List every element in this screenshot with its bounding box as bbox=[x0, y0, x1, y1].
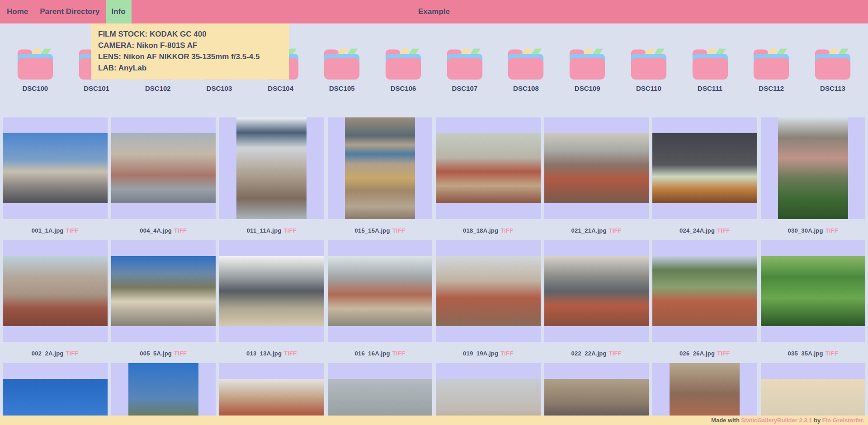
info-line: LENS: Nikon AF NIKKOR 35-135mm f/3.5-4.5 bbox=[98, 51, 282, 62]
tiff-link[interactable]: TIFF bbox=[500, 227, 513, 234]
photo-filename: 002_2A.jpg bbox=[32, 350, 64, 357]
gallery-cell: 005_5A.jpgTIFF bbox=[111, 240, 216, 363]
folder-label: DSC103 bbox=[207, 84, 232, 92]
photo-002-2a-jpg[interactable] bbox=[3, 256, 108, 326]
gallery-cell: 035_35A.jpgTIFF bbox=[761, 240, 866, 363]
tiff-link[interactable]: TIFF bbox=[66, 350, 78, 357]
gallery-cell: 015_15A.jpgTIFF bbox=[328, 117, 433, 240]
folder-label: DSC107 bbox=[452, 84, 477, 92]
tiff-link[interactable]: TIFF bbox=[609, 350, 622, 357]
photo-035-35a-jpg[interactable] bbox=[761, 256, 866, 326]
thumbnail-tile bbox=[111, 117, 216, 219]
thumbnail-tile bbox=[436, 240, 541, 342]
photo-011-11a-jpg[interactable] bbox=[236, 117, 307, 219]
tiff-link[interactable]: TIFF bbox=[826, 227, 838, 234]
info-line: FILM STOCK: KODAK GC 400 bbox=[98, 28, 282, 40]
folder-label: DSC109 bbox=[575, 84, 600, 92]
folder-dsc108[interactable]: DSC108 bbox=[506, 47, 545, 92]
tiff-link[interactable]: TIFF bbox=[283, 227, 296, 234]
folder-label: DSC106 bbox=[391, 84, 416, 92]
photo-021-21a-jpg[interactable] bbox=[544, 133, 649, 203]
nav-item-info[interactable]: Info bbox=[106, 0, 132, 23]
folder-dsc110[interactable]: DSC110 bbox=[629, 47, 668, 92]
gallery-cell: 030_30A.jpgTIFF bbox=[761, 117, 866, 240]
folder-dsc109[interactable]: DSC109 bbox=[568, 47, 607, 92]
nav-item-parent-directory[interactable]: Parent Directory bbox=[34, 0, 105, 23]
photo-024-24a-jpg[interactable] bbox=[652, 133, 757, 203]
photo-caption: 005_5A.jpgTIFF bbox=[111, 342, 216, 363]
photo-filename: 021_21A.jpg bbox=[571, 227, 607, 234]
folder-icon bbox=[752, 47, 791, 81]
gallery-title: Example bbox=[418, 0, 450, 23]
photo-caption: 004_4A.jpgTIFF bbox=[111, 219, 216, 240]
folder-dsc113[interactable]: DSC113 bbox=[813, 47, 852, 92]
footer-author-link[interactable]: Flo Greistorfer. bbox=[822, 417, 864, 424]
photo-filename: 026_26A.jpg bbox=[679, 350, 715, 357]
footer-builder-link[interactable]: StaticGalleryBuilder 2.3.1 bbox=[741, 417, 812, 424]
photo-filename: 013_13A.jpg bbox=[246, 350, 282, 357]
tiff-link[interactable]: TIFF bbox=[609, 227, 622, 234]
gallery-cell: 021_21A.jpgTIFF bbox=[544, 117, 649, 240]
folder-dsc105[interactable]: DSC105 bbox=[322, 47, 361, 92]
tiff-link[interactable]: TIFF bbox=[174, 227, 187, 234]
photo-caption: 021_21A.jpgTIFF bbox=[544, 219, 649, 240]
folder-icon bbox=[322, 47, 361, 81]
tiff-link[interactable]: TIFF bbox=[392, 227, 405, 234]
folder-label: DSC110 bbox=[636, 84, 661, 92]
folder-icon bbox=[629, 47, 668, 81]
photo-004-4a-jpg[interactable] bbox=[111, 133, 216, 203]
thumbnail-tile bbox=[3, 240, 108, 342]
folder-dsc107[interactable]: DSC107 bbox=[445, 47, 484, 92]
gallery-cell: 019_19A.jpgTIFF bbox=[436, 240, 541, 363]
photo-018-18a-jpg[interactable] bbox=[436, 133, 541, 203]
folder-label: DSC105 bbox=[329, 84, 355, 92]
folder-label: DSC100 bbox=[22, 84, 48, 92]
photo-015-15a-jpg[interactable] bbox=[345, 117, 415, 219]
folder-dsc100[interactable]: DSC100 bbox=[16, 47, 55, 92]
folder-label: DSC108 bbox=[513, 84, 539, 92]
photo-caption: 001_1A.jpgTIFF bbox=[3, 219, 108, 240]
tiff-link[interactable]: TIFF bbox=[66, 227, 78, 234]
footer: Made with StaticGalleryBuilder 2.3.1 by … bbox=[0, 416, 868, 425]
footer-by-text: by bbox=[814, 417, 821, 424]
photo-026-26a-jpg[interactable] bbox=[652, 256, 757, 326]
thumbnail-tile bbox=[328, 240, 433, 342]
photo-filename: 016_16A.jpg bbox=[355, 350, 390, 357]
photo-filename: 015_15A.jpg bbox=[355, 227, 390, 234]
gallery-cell: 004_4A.jpgTIFF bbox=[111, 117, 216, 240]
folder-icon bbox=[445, 47, 484, 81]
photo-filename: 018_18A.jpg bbox=[463, 227, 498, 234]
nav-item-home[interactable]: Home bbox=[1, 0, 34, 23]
gallery-cell: 011_11A.jpgTIFF bbox=[219, 117, 324, 240]
thumbnail-tile bbox=[652, 240, 757, 342]
gallery-cell: 022_22A.jpgTIFF bbox=[544, 240, 649, 363]
photo-caption: 013_13A.jpgTIFF bbox=[219, 342, 324, 363]
gallery-cell: 002_2A.jpgTIFF bbox=[3, 240, 108, 363]
thumbnail-tile bbox=[111, 240, 216, 342]
thumbnail-tile bbox=[436, 117, 541, 219]
photo-019-19a-jpg[interactable] bbox=[436, 256, 541, 326]
folder-dsc106[interactable]: DSC106 bbox=[384, 47, 423, 92]
tiff-link[interactable]: TIFF bbox=[174, 350, 187, 357]
tiff-link[interactable]: TIFF bbox=[826, 350, 838, 357]
thumbnail-tile bbox=[544, 240, 649, 342]
photo-005-5a-jpg[interactable] bbox=[111, 256, 216, 326]
folder-dsc112[interactable]: DSC112 bbox=[752, 47, 791, 92]
photo-030-30a-jpg[interactable] bbox=[778, 117, 848, 219]
tiff-link[interactable]: TIFF bbox=[500, 350, 513, 357]
tiff-link[interactable]: TIFF bbox=[284, 350, 297, 357]
tiff-link[interactable]: TIFF bbox=[717, 227, 730, 234]
gallery-cell: 016_16A.jpgTIFF bbox=[328, 240, 433, 363]
photo-022-22a-jpg[interactable] bbox=[544, 256, 649, 326]
thumbnail-tile bbox=[219, 240, 324, 342]
top-nav: HomeParent DirectoryInfo Example bbox=[0, 0, 868, 23]
folder-icon bbox=[691, 47, 730, 81]
tiff-link[interactable]: TIFF bbox=[717, 350, 730, 357]
folder-dsc111[interactable]: DSC111 bbox=[691, 47, 730, 92]
photo-filename: 030_30A.jpg bbox=[788, 227, 823, 234]
photo-001-1a-jpg[interactable] bbox=[3, 133, 108, 203]
photo-caption: 024_24A.jpgTIFF bbox=[652, 219, 757, 240]
tiff-link[interactable]: TIFF bbox=[392, 350, 405, 357]
photo-016-16a-jpg[interactable] bbox=[328, 256, 433, 326]
photo-013-13a-jpg[interactable] bbox=[219, 256, 324, 326]
